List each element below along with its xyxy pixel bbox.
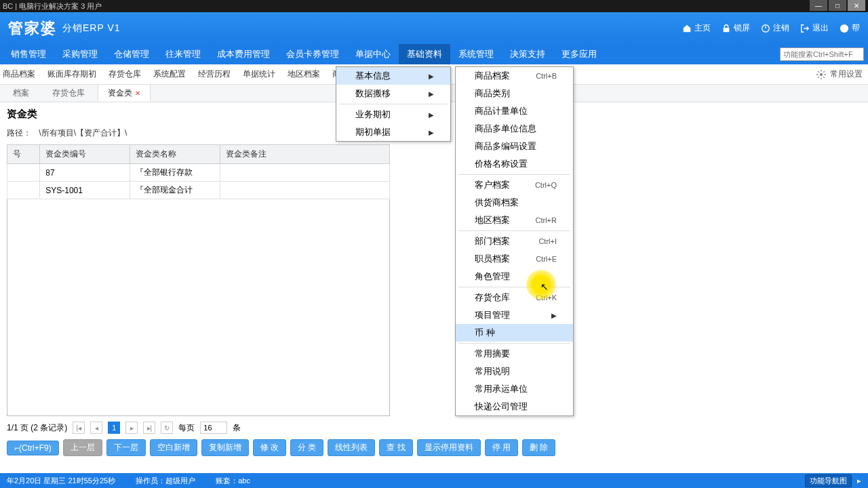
header-exit[interactable]: 退出	[800, 22, 829, 34]
lock-icon	[722, 24, 731, 33]
table-cell	[7, 164, 40, 182]
per-page-suffix: 条	[233, 422, 241, 434]
action-down[interactable]: 下一层	[106, 439, 146, 456]
pager-last[interactable]: ▸|	[143, 422, 155, 434]
menu-separator	[339, 104, 448, 104]
header-logout[interactable]: 注销	[761, 22, 789, 34]
menu-item[interactable]: 商品类别	[456, 85, 573, 102]
menu-item[interactable]: 数据搬移▶	[336, 85, 450, 102]
table-row[interactable]: 87『全部银行存款	[7, 164, 390, 182]
per-page-input[interactable]	[200, 422, 227, 434]
toolbar-item[interactable]: 系统配置	[153, 68, 186, 80]
menu-item[interactable]: 币 种	[456, 324, 573, 342]
action-button[interactable]: 复制新增	[201, 439, 249, 456]
menu-item[interactable]: 商品计量单位	[456, 102, 573, 120]
menu-item[interactable]: 供货商档案	[456, 194, 573, 211]
header-help[interactable]: 帮	[840, 22, 860, 34]
menu-item-label: 快递公司管理	[475, 401, 528, 413]
pager-first[interactable]: |◂	[73, 422, 85, 434]
nav-collapse-icon[interactable]: ▸	[857, 476, 861, 485]
toolbar-item[interactable]: 地区档案	[288, 68, 320, 80]
mainmenu-item[interactable]: 成本费用管理	[209, 44, 278, 64]
menu-item[interactable]: 商品多单位信息	[456, 120, 573, 138]
toolbar-item[interactable]: 商品档案	[3, 68, 35, 80]
menu-item[interactable]: 存货仓库Ctrl+K	[456, 289, 573, 306]
action-button[interactable]: 显示停用资料	[417, 439, 481, 456]
action-up[interactable]: 上一层	[63, 439, 102, 456]
status-bar: 年2月20日 星期三 21时55分25秒 操作员：超级用户 账套：abc 功能导…	[0, 473, 868, 488]
minimize-button[interactable]: —	[810, 0, 827, 11]
tab[interactable]: 档案	[3, 84, 39, 102]
mainmenu-item[interactable]: 更多应用	[553, 44, 605, 64]
toolbar-settings[interactable]: 常用设置	[816, 68, 863, 80]
tab[interactable]: 存货仓库	[42, 84, 95, 102]
menu-separator	[458, 287, 570, 287]
menu-item[interactable]: 常用说明	[456, 363, 573, 380]
table-header[interactable]: 资金类备注	[220, 145, 390, 164]
menu-item[interactable]: 职员档案Ctrl+E	[456, 250, 573, 268]
table-row[interactable]: SYS-1001『全部现金合计	[7, 182, 390, 199]
svg-point-3	[820, 73, 823, 75]
table-header[interactable]: 资金类编号	[40, 145, 130, 164]
menu-item[interactable]: 常用承运单位	[456, 380, 573, 398]
window-titlebar: BC | 电脑行业解决方案 3 用户 — □ ✕	[0, 0, 868, 12]
action-button[interactable]: 删 除	[522, 439, 555, 456]
data-table[interactable]: 号资金类编号资金类名称资金类备注 87『全部银行存款SYS-1001『全部现金合…	[7, 144, 390, 416]
mainmenu-item[interactable]: 基础资料	[399, 44, 450, 64]
app-logo-sub: 分销ERP V1	[62, 22, 121, 35]
menu-item[interactable]: 项目管理▶	[456, 306, 573, 324]
mainmenu-item[interactable]: 往来管理	[157, 44, 209, 64]
menu-item[interactable]: 商品多编码设置	[456, 138, 573, 155]
menu-shortcut: Ctrl+Q	[535, 181, 557, 189]
menu-item[interactable]: 业务期初▶	[336, 106, 450, 123]
toolbar-item[interactable]: 经营历程	[198, 68, 231, 80]
action-button[interactable]: 分 类	[290, 439, 323, 456]
mainmenu-item[interactable]: 单据中心	[347, 44, 399, 64]
action-hotkey[interactable]: ⌐(Ctrl+F9)	[7, 441, 59, 455]
menu-item[interactable]: 常用摘要	[456, 345, 573, 363]
menu-item-label: 商品多编码设置	[475, 140, 536, 152]
toolbar-item[interactable]: 存货仓库	[108, 68, 141, 80]
main-menu: 销售管理采购管理仓储管理往来管理成本费用管理会员卡券管理单据中心基础资料系统管理…	[0, 44, 868, 64]
mainmenu-item[interactable]: 销售管理	[3, 44, 54, 64]
action-button[interactable]: 查 找	[379, 439, 412, 456]
pager-prev[interactable]: ◂	[90, 422, 102, 434]
pager-refresh[interactable]: ↻	[161, 422, 173, 434]
table-header[interactable]: 号	[7, 145, 40, 164]
mainmenu-item[interactable]: 仓储管理	[106, 44, 157, 64]
mainmenu-item[interactable]: 系统管理	[450, 44, 502, 64]
menu-item[interactable]: 期初单据▶	[336, 123, 450, 141]
menu-item[interactable]: 商品档案Ctrl+B	[456, 67, 573, 85]
pager-next[interactable]: ▸	[125, 422, 138, 434]
header-lock[interactable]: 锁屏	[722, 22, 750, 34]
menu-item[interactable]: 客户档案Ctrl+Q	[456, 176, 573, 194]
action-button[interactable]: 线性列表	[328, 439, 375, 456]
menu-item[interactable]: 基本信息▶	[336, 67, 450, 85]
mainmenu-item[interactable]: 采购管理	[54, 44, 106, 64]
table-header[interactable]: 资金类名称	[130, 145, 220, 164]
action-button[interactable]: 停 用	[485, 439, 518, 456]
pager-current[interactable]: 1	[108, 422, 120, 434]
menu-item[interactable]: 价格名称设置	[456, 155, 573, 173]
menu-item[interactable]: 快递公司管理	[456, 398, 573, 415]
menu-item[interactable]: 地区档案Ctrl+R	[456, 211, 573, 229]
action-button[interactable]: 空白新增	[150, 439, 197, 456]
mainmenu-item[interactable]: 决策支持	[502, 44, 553, 64]
toolbar-item[interactable]: 账面库存期初	[47, 68, 96, 80]
close-button[interactable]: ✕	[848, 0, 865, 11]
menu-item[interactable]: 角色管理	[456, 268, 573, 285]
function-search-input[interactable]	[780, 47, 864, 61]
menu-item-label: 商品档案	[475, 70, 510, 82]
maximize-button[interactable]: □	[829, 0, 846, 11]
toolbar-item[interactable]: 单据统计	[243, 68, 275, 80]
header-home[interactable]: 主页	[682, 22, 711, 34]
menu-item[interactable]: 部门档案Ctrl+I	[456, 232, 573, 250]
gear-icon	[816, 70, 826, 79]
tab-close-icon[interactable]: ✕	[135, 89, 140, 97]
action-bar: ⌐(Ctrl+F9) 上一层 下一层 空白新增复制新增修 改分 类线性列表查 找…	[7, 439, 861, 456]
tab[interactable]: 资金类✕	[98, 84, 151, 102]
action-button[interactable]: 修 改	[253, 439, 286, 456]
menu-item-label: 币 种	[475, 327, 495, 339]
nav-map-button[interactable]: 功能导航图	[805, 474, 852, 487]
mainmenu-item[interactable]: 会员卡券管理	[278, 44, 347, 64]
